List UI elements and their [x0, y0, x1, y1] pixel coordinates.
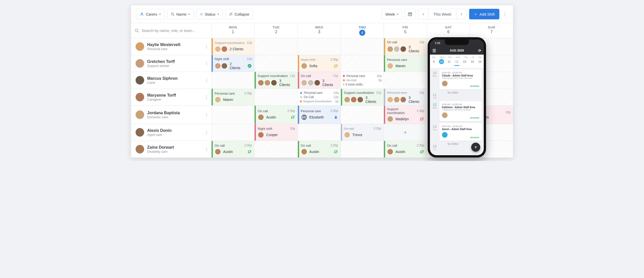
- search-icon: [135, 28, 139, 33]
- add-shift-tile[interactable]: ＋: [384, 124, 427, 141]
- calendar-button[interactable]: [405, 9, 415, 19]
- phone-shift-card[interactable]: 9:00 AM - 10:00 AM Claude - Admin Staff …: [439, 69, 482, 89]
- person-cell[interactable]: Haylie WesterveltPersonal care ⋮: [131, 38, 212, 55]
- phone-day-number[interactable]: 12: [454, 59, 459, 64]
- schedule-cell[interactable]: [212, 72, 255, 89]
- row-menu-button[interactable]: ⋮: [204, 130, 209, 135]
- schedule-cell[interactable]: [341, 141, 384, 157]
- row-menu-button[interactable]: ⋮: [204, 61, 209, 66]
- shift-summary[interactable]: Personal care10aOn Call12pSupport Coordi…: [298, 89, 341, 105]
- shift-card[interactable]: Support coordination2:30p Madelyn: [384, 106, 427, 124]
- person-cell[interactable]: Gretchen TorffSupport worker ⋮: [131, 55, 212, 72]
- day-header[interactable]: MON 1: [212, 23, 255, 38]
- schedule-cell[interactable]: [255, 38, 298, 55]
- schedule-cell[interactable]: [255, 141, 298, 157]
- more-menu-button[interactable]: ⋮: [502, 9, 508, 19]
- shift-card[interactable]: Personal care2:30p Maren: [212, 89, 254, 105]
- shift-title: On call: [301, 144, 311, 147]
- phone-day-number[interactable]: 10: [439, 59, 444, 64]
- client-avatar: [215, 148, 221, 155]
- shift-card[interactable]: Personal care11p 3 Clients: [384, 89, 427, 105]
- day-header[interactable]: WED 3: [298, 23, 341, 38]
- status-dropdown[interactable]: Status ▾: [196, 9, 223, 19]
- shift-card[interactable]: On call11p 3 Clients: [298, 72, 341, 89]
- shift-clients: Trevor: [352, 133, 363, 137]
- schedule-cell[interactable]: [341, 106, 384, 124]
- person-cell[interactable]: Alexis DoninAged care ⋮: [131, 124, 212, 141]
- person-cell[interactable]: Zaine DorwartDisability care ⋮: [131, 141, 212, 157]
- phone-day-number[interactable]: 15: [477, 59, 482, 64]
- shift-card[interactable]: On call2:30p Austin: [298, 141, 341, 157]
- filter-type-label: Carers: [146, 12, 157, 16]
- shift-card[interactable]: Personal care Maren: [384, 55, 427, 72]
- phone-shift-card[interactable]: 9:00 AM - 10:00 AM Kathleen - Admin Staf…: [439, 101, 482, 121]
- schedule-cell[interactable]: [212, 106, 255, 124]
- row-menu-button[interactable]: ⋮: [204, 95, 209, 100]
- client-initials: EG: [301, 114, 307, 121]
- phone-shift-list[interactable]: 10Mon 9:00 AM - 10:00 AM Claude - Admin …: [430, 68, 484, 152]
- phone-day-number[interactable]: 11: [447, 59, 452, 64]
- shift-summary[interactable]: Personal care10aOn Call3p+ 3 more shifts: [341, 72, 384, 89]
- day-header[interactable]: FRI 5: [384, 23, 427, 38]
- schedule-cell[interactable]: [298, 38, 341, 55]
- schedule-cell[interactable]: [298, 124, 341, 141]
- chevron-left-icon: ‹: [423, 12, 424, 16]
- schedule-cell[interactable]: [341, 55, 384, 72]
- schedule-cell: Personal care11p 3 Clients: [384, 89, 427, 105]
- shift-card[interactable]: On call2:30p Austin: [255, 106, 297, 124]
- schedule-cell[interactable]: [255, 89, 298, 105]
- collapse-button[interactable]: Collapse: [225, 9, 253, 19]
- schedule-cell[interactable]: [384, 72, 427, 89]
- shift-card[interactable]: Night shift2:30p Sofia: [298, 55, 341, 72]
- row-menu-button[interactable]: ⋮: [204, 112, 209, 117]
- shift-card[interactable]: Night shift10a Cooper: [255, 124, 297, 141]
- phone-add-button[interactable]: +: [471, 143, 480, 152]
- avatar: [442, 112, 448, 118]
- row-menu-button[interactable]: ⋮: [204, 147, 209, 152]
- schedule-cell[interactable]: [212, 124, 255, 141]
- schedule-cell[interactable]: [255, 55, 298, 72]
- day-header[interactable]: SAT 6: [427, 23, 470, 38]
- view-dropdown[interactable]: Week ▾: [382, 9, 402, 19]
- row-menu-button[interactable]: ⋮: [204, 78, 209, 83]
- person-cell[interactable]: Maryanne TorffCaregiver ⋮: [131, 89, 212, 105]
- shift-title: Personal care: [215, 92, 235, 95]
- shift-card[interactable]: On call2:30p Trevor: [341, 124, 384, 141]
- shift-card[interactable]: Night shift12a 2 Clients: [212, 55, 254, 72]
- refresh-icon[interactable]: ⟳: [478, 49, 481, 53]
- phone-no-shifts: No Shifts!: [439, 91, 482, 94]
- schedule-cell[interactable]: [341, 38, 384, 55]
- day-header[interactable]: THU 4: [341, 23, 384, 38]
- day-header[interactable]: TUE 2: [255, 23, 298, 38]
- shift-card[interactable]: Support coordination12a 2 Clients: [212, 38, 254, 55]
- phone-day-label: Fri: [472, 56, 474, 58]
- shift-card[interactable]: Support coordination11p 3 Clients: [255, 72, 297, 89]
- phone-day-number[interactable]: 13: [462, 59, 467, 64]
- phone-shift-card[interactable]: 9:00 AM - 10:00 AM Aaron - Admin Staff A…: [439, 123, 482, 141]
- row-menu-button[interactable]: ⋮: [204, 44, 209, 49]
- day-header[interactable]: SUN 7: [470, 23, 513, 38]
- prev-week-button[interactable]: ‹: [418, 9, 428, 19]
- filter-type-dropdown[interactable]: Carers ▾: [136, 9, 165, 19]
- next-week-button[interactable]: ›: [456, 9, 467, 19]
- shift-card[interactable]: Personal care2:30p EGElizabeth: [298, 106, 341, 124]
- add-shift-button[interactable]: ＋ Add Shift: [469, 9, 499, 19]
- sort-dropdown[interactable]: Name ▾: [167, 9, 194, 19]
- shift-card[interactable]: Support coordination11p 3 Clients: [341, 89, 384, 105]
- this-week-button[interactable]: This Week: [428, 9, 456, 19]
- schedule-cell: Personal care10aOn Call12pSupport Coordi…: [298, 89, 341, 105]
- hamburger-icon[interactable]: ☰: [432, 48, 436, 53]
- shift-time: 2:30p: [244, 92, 252, 95]
- phone-day-number[interactable]: 14: [470, 59, 475, 64]
- phone-day-number[interactable]: 9: [431, 59, 436, 64]
- shift-card[interactable]: On call11p 3 Clients: [384, 38, 427, 55]
- phone-week-picker[interactable]: SunMonTueWedThuFriSat 9101112131415: [430, 55, 484, 68]
- shift-card[interactable]: On call2:30p Austin: [212, 141, 254, 157]
- person-cell[interactable]: Jordana BaptistaDomestic care ⋮: [131, 106, 212, 124]
- person-cell[interactable]: Marcus SiphronCarer ⋮: [131, 72, 212, 89]
- shift-title: Support coordination: [344, 91, 374, 95]
- phone-day-label: Sun: [432, 56, 436, 58]
- shift-line: Support Coordination2p: [300, 100, 339, 103]
- shift-card[interactable]: On call2:30p Austin: [384, 141, 427, 157]
- search-input[interactable]: Search by name, role, or team...: [135, 28, 208, 33]
